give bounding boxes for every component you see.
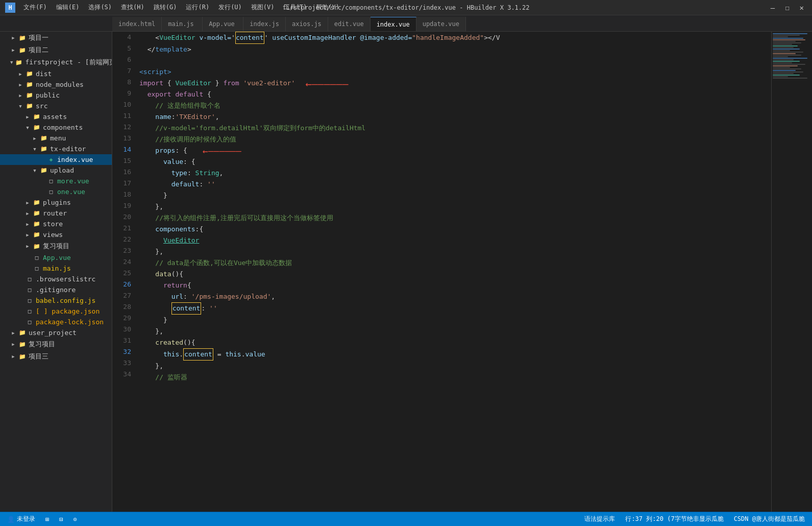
status-blog[interactable]: CSDN @唐人街都是茄瓜脆 <box>732 514 807 524</box>
sidebar-item-dist[interactable]: ▶ 📁 dist <box>0 68 112 79</box>
code-line-22: VueEditor <box>139 235 771 246</box>
tab-edit-vue[interactable]: edit.vue <box>328 17 371 31</box>
folder-icon: 📁 <box>15 59 23 66</box>
code-line-4: <VueEditor v-model='content' useCustomIm… <box>139 32 771 44</box>
menu-select[interactable]: 选择(S) <box>84 2 116 13</box>
sidebar-item-gitignore[interactable]: □ .gitignore <box>0 284 112 295</box>
menu-edit[interactable]: 编辑(E) <box>52 2 84 13</box>
code-line-23: }, <box>139 246 771 257</box>
code-line-24: // data是个函数,可以在Vue中加载动态数据 <box>139 257 771 269</box>
chevron-icon: ▼ <box>10 60 13 65</box>
sidebar-item-app-vue[interactable]: □ App.vue <box>0 252 112 263</box>
tab-index-js[interactable]: index.js <box>243 17 286 31</box>
close-button[interactable]: ✕ <box>797 3 807 13</box>
chevron-icon: ▶ <box>24 244 31 249</box>
window-title: firstproject/src/components/tx-editor/in… <box>282 4 529 11</box>
code-line-32: this.content = this.value <box>139 348 771 361</box>
chevron-icon: ▶ <box>24 222 31 227</box>
minimap <box>771 32 812 512</box>
sidebar-item-views[interactable]: ▶ 📁 views <box>0 229 112 240</box>
tab-main-js[interactable]: main.js <box>162 17 203 31</box>
file-icon: □ <box>47 188 55 195</box>
folder-icon: 📁 <box>33 210 41 217</box>
folder-icon: 📁 <box>18 35 27 41</box>
sidebar-item-index-vue[interactable]: ◈ index.vue <box>0 154 112 165</box>
code-line-6 <box>139 55 771 66</box>
sidebar-item-babel[interactable]: □ babel.config.js <box>0 295 112 306</box>
sidebar-item-one-vue[interactable]: □ one.vue <box>0 186 112 197</box>
file-icon: □ <box>33 265 41 272</box>
folder-icon: 📁 <box>33 124 41 131</box>
sidebar-item-more-vue[interactable]: □ more.vue <box>0 176 112 186</box>
sidebar-item-user-project[interactable]: ▶ 📁 user_project <box>0 327 112 338</box>
minimize-button[interactable]: — <box>768 3 778 13</box>
folder-icon: 📁 <box>26 81 34 88</box>
tab-app-vue[interactable]: App.vue <box>203 17 243 31</box>
sidebar-item-plugins[interactable]: ▶ 📁 plugins <box>0 197 112 208</box>
menu-view[interactable]: 视图(V) <box>247 2 279 13</box>
status-circle-btn[interactable]: ⊙ <box>71 515 79 524</box>
app-icon: H <box>5 3 15 13</box>
user-icon: 👤 <box>7 516 15 523</box>
sidebar-item-router[interactable]: ▶ 📁 router <box>0 208 112 219</box>
status-bar: 👤 未登录 ⊞ ⊟ ⊙ 语法提示库 行:37 列:20 (7字节绝非显示瓜脆 C… <box>0 512 812 526</box>
code-line-12: //v-model='form.detailHtml'双向绑定到form中的de… <box>139 123 771 134</box>
code-line-17: default: '' <box>139 179 771 190</box>
code-line-31: created(){ <box>139 337 771 348</box>
sidebar-item-main-js[interactable]: □ main.js <box>0 263 112 274</box>
chevron-icon: ▶ <box>24 200 31 205</box>
sidebar-item-src[interactable]: ▼ 📁 src <box>0 101 112 111</box>
sidebar-item-project3[interactable]: ▶ 📁 项目三 <box>0 350 112 363</box>
folder-icon: 📁 <box>18 341 27 348</box>
tab-index-html[interactable]: index.html <box>112 17 162 31</box>
file-icon: □ <box>33 254 41 261</box>
sidebar-item-assets[interactable]: ▶ 📁 assets <box>0 111 112 122</box>
sidebar-item-public[interactable]: ▶ 📁 public <box>0 90 112 101</box>
code-line-10: // 这是给组件取个名 <box>139 100 771 111</box>
status-position[interactable]: 行:37 列:20 (7字节绝非显示瓜脆 <box>623 514 725 524</box>
folder-icon: 📁 <box>40 135 48 141</box>
sidebar-item-browserslistrc[interactable]: □ .browserslistrc <box>0 274 112 284</box>
code-line-25: data(){ <box>139 269 771 280</box>
sidebar-item-package-lock[interactable]: □ package-lock.json <box>0 317 112 327</box>
sidebar-item-components[interactable]: ▼ 📁 components <box>0 122 112 133</box>
chevron-icon: ▶ <box>10 354 16 359</box>
sidebar-item-review[interactable]: ▶ 📁 复习项目 <box>0 240 112 252</box>
code-line-33: }, <box>139 361 771 372</box>
sidebar-item-store[interactable]: ▶ 📁 store <box>0 219 112 229</box>
sidebar-item-node-modules[interactable]: ▶ 📁 node_modules <box>0 79 112 90</box>
code-content[interactable]: <VueEditor v-model='content' useCustomIm… <box>135 32 771 512</box>
tab-index-vue[interactable]: index.vue <box>371 17 416 31</box>
window-controls: — ☐ ✕ <box>768 3 807 13</box>
status-hint[interactable]: 语法提示库 <box>582 514 617 524</box>
code-line-9: export default { <box>139 89 771 100</box>
menu-run[interactable]: 运行(R) <box>182 2 213 13</box>
sidebar-item-package-json[interactable]: □ [ ] package.json <box>0 306 112 317</box>
tab-update-vue[interactable]: update.vue <box>416 17 466 31</box>
status-not-logged[interactable]: 👤 未登录 <box>5 514 37 524</box>
maximize-button[interactable]: ☐ <box>782 3 792 13</box>
folder-icon: 📁 <box>33 231 41 238</box>
sidebar-item-firstproject[interactable]: ▼ 📁 firstproject - [前端网页] <box>0 56 112 68</box>
editor-area: 4 5 6 7 8 9 10 11 12 13 14 15 16 17 18 1… <box>112 32 812 512</box>
folder-icon: 📁 <box>40 146 48 152</box>
status-grid-btn[interactable]: ⊞ <box>43 515 51 524</box>
menu-file[interactable]: 文件(F) <box>19 2 51 13</box>
sidebar-item-tx-editor[interactable]: ▼ 📁 tx-editor <box>0 144 112 154</box>
menu-find[interactable]: 查找(H) <box>117 2 149 13</box>
folder-icon: 📁 <box>26 103 34 109</box>
folder-icon: 📁 <box>40 167 48 174</box>
sidebar-item-review2[interactable]: ▶ 📁 复习项目 <box>0 338 112 350</box>
menu-publish[interactable]: 发行(U) <box>214 2 246 13</box>
sidebar-item-project1[interactable]: ▶ 📁 项目一 <box>0 32 112 44</box>
chevron-icon: ▶ <box>24 114 31 119</box>
sidebar-item-upload[interactable]: ▼ 📁 upload <box>0 165 112 176</box>
sidebar: ▶ 📁 项目一 ▶ 📁 项目二 ▼ 📁 firstproject - [前端网页… <box>0 32 112 512</box>
menu-goto[interactable]: 跳转(G) <box>150 2 181 13</box>
sidebar-item-menu[interactable]: ▶ 📁 menu <box>0 133 112 144</box>
tab-axios-js[interactable]: axios.js <box>286 17 328 31</box>
sidebar-item-project2[interactable]: ▶ 📁 项目二 <box>0 44 112 56</box>
status-split-btn[interactable]: ⊟ <box>57 515 65 524</box>
code-line-21: components:{ <box>139 224 771 235</box>
line-numbers: 4 5 6 7 8 9 10 11 12 13 14 15 16 17 18 1… <box>112 32 135 512</box>
